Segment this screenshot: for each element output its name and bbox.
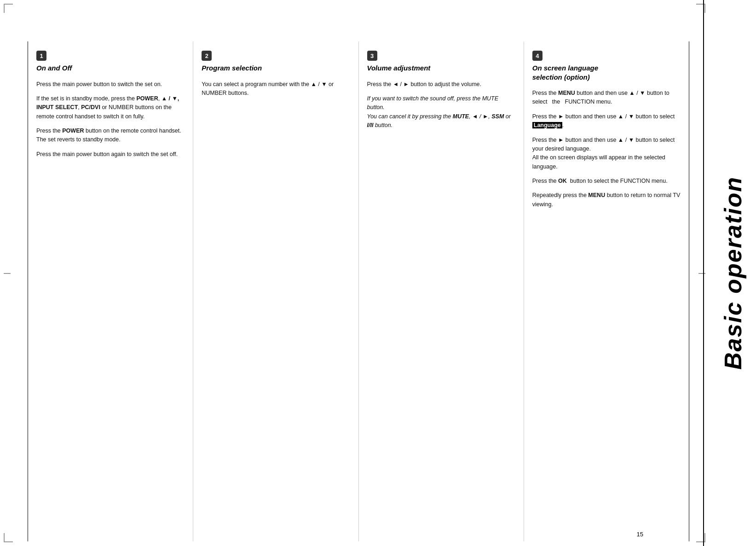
col-3: 3 Volume adjustment Press the ◄ / ► butt… [359,41,524,541]
columns-area: 1 On and Off Press the main power button… [28,41,689,541]
side-title-text: Basic operation [721,176,745,370]
section-body-2: You can select a program number with the… [202,80,350,98]
section-body-1: Press the main power button to switch th… [36,80,185,159]
section-title-2: Program selection [202,64,350,73]
section-title-1: On and Off [36,64,185,73]
para-4-5: Repeatedly press the MENU button to retu… [532,191,681,209]
para-1-3: Press the POWER button on the remote con… [36,127,185,145]
section-body-4: Press the MENU button and then use ▲ / ▼… [532,89,681,209]
para-4-3: Press the ► button and then use ▲ / ▼ bu… [532,136,681,172]
para-3-1: Press the ◄ / ► button to adjust the vol… [367,80,515,89]
col-1: 1 On and Off Press the main power button… [28,41,193,541]
main-content: 1 On and Off Press the main power button… [0,0,704,546]
section-body-3: Press the ◄ / ► button to adjust the vol… [367,80,515,130]
section-badge-3: 3 [367,51,377,61]
para-4-2: Press the ► button and then use ▲ / ▼ bu… [532,112,681,130]
para-4-1: Press the MENU button and then use ▲ / ▼… [532,89,681,107]
section-title-4: On screen languageselection (option) [532,64,681,81]
page-wrapper: 1 On and Off Press the main power button… [0,0,756,546]
para-3-2: If you want to switch the sound off, pre… [367,94,515,130]
para-2-1: You can select a program number with the… [202,80,350,98]
para-4-4: Press the OK button to select the FUNCTI… [532,177,681,186]
para-1-1: Press the main power button to switch th… [36,80,185,89]
section-title-3: Volume adjustment [367,64,515,73]
section-badge-2: 2 [202,51,212,61]
page-number: 15 [637,531,643,538]
para-1-2: If the set is in standby mode, press the… [36,94,185,121]
col-4: 4 On screen languageselection (option) P… [524,41,689,541]
col-2: 2 Program selection You can select a pro… [193,41,358,541]
section-badge-4: 4 [532,51,542,61]
side-title: Basic operation [710,0,756,546]
para-1-4: Press the main power button again to swi… [36,150,185,159]
section-badge-1: 1 [36,51,46,61]
